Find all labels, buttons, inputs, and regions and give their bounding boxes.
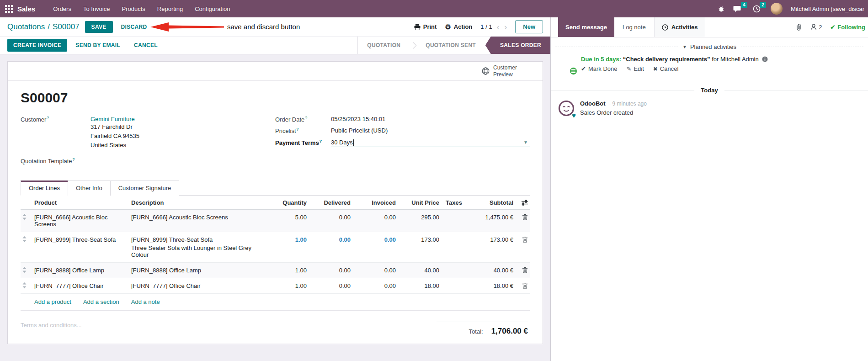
cell-taxes[interactable]	[441, 209, 469, 232]
send-message-button[interactable]: Send message	[558, 17, 614, 37]
tab-other-info[interactable]: Other Info	[68, 180, 111, 196]
cell-quantity[interactable]: 1.00	[267, 232, 309, 262]
user-avatar[interactable]	[771, 3, 783, 15]
add-note-link[interactable]: Add a note	[131, 298, 160, 305]
cell-taxes[interactable]	[441, 262, 469, 278]
cell-product[interactable]: [FURN_8888] Office Lamp	[32, 262, 129, 278]
following-button[interactable]: ✔ Following	[830, 24, 865, 31]
tab-order-lines[interactable]: Order Lines	[21, 180, 68, 196]
bug-icon[interactable]	[718, 5, 725, 12]
pricelist-value[interactable]: Public Pricelist (USD)	[331, 127, 388, 134]
message-author[interactable]: OdooBot	[580, 100, 606, 107]
add-product-link[interactable]: Add a product	[34, 298, 71, 305]
cell-description[interactable]: [FURN_7777] Office Chair	[129, 278, 267, 293]
optional-columns-header[interactable]	[515, 196, 530, 210]
terms-placeholder[interactable]: Terms and conditions...	[21, 322, 82, 336]
drag-handle-icon[interactable]	[21, 262, 32, 278]
nav-menu-reporting[interactable]: Reporting	[151, 0, 189, 17]
app-name[interactable]: Sales	[17, 5, 35, 13]
activities-icon[interactable]: 2	[753, 5, 761, 13]
cell-unit-price[interactable]: 173.00	[398, 232, 441, 262]
add-section-link[interactable]: Add a section	[83, 298, 119, 305]
delete-line-icon[interactable]	[515, 232, 530, 262]
new-button[interactable]: New	[515, 20, 543, 33]
cell-product[interactable]: [FURN_7777] Office Chair	[32, 278, 129, 293]
edit-activity-button[interactable]: ✎ Edit	[626, 65, 644, 72]
order-line-row[interactable]: [FURN_7777] Office Chair [FURN_7777] Off…	[21, 278, 530, 293]
customer-link[interactable]: Gemini Furniture	[91, 116, 135, 122]
nav-menu-orders[interactable]: Orders	[47, 0, 77, 17]
discard-button[interactable]: DISCARD	[117, 21, 152, 33]
cell-invoiced[interactable]: 0.00	[352, 278, 398, 293]
cell-invoiced[interactable]: 0.00	[352, 209, 398, 232]
payment-terms-input[interactable]: 30 Days ▼	[331, 139, 530, 147]
stage-sales-order[interactable]: SALES ORDER	[491, 37, 550, 54]
messages-icon[interactable]: 4	[733, 5, 742, 13]
cell-quantity[interactable]: 5.00	[267, 209, 309, 232]
nav-menu-to-invoice[interactable]: To Invoice	[77, 0, 116, 17]
cell-invoiced[interactable]: 0.00	[352, 262, 398, 278]
nav-menu-configuration[interactable]: Configuration	[189, 0, 236, 17]
cell-taxes[interactable]	[441, 232, 469, 262]
dropdown-caret-icon[interactable]: ▼	[523, 140, 528, 145]
cell-product[interactable]: [FURN_6666] Acoustic Bloc Screens	[32, 209, 129, 232]
product-column-header[interactable]: Product	[32, 196, 129, 210]
nav-menu-products[interactable]: Products	[116, 0, 151, 17]
quantity-column-header[interactable]: Quantity	[267, 196, 309, 210]
cell-unit-price[interactable]: 295.00	[398, 209, 441, 232]
breadcrumb-quotations[interactable]: Quotations	[7, 22, 45, 32]
delivered-column-header[interactable]: Delivered	[309, 196, 352, 210]
tab-customer-signature[interactable]: Customer Signature	[110, 180, 180, 196]
delete-line-icon[interactable]	[515, 278, 530, 293]
apps-grid-icon[interactable]	[0, 0, 17, 17]
cell-invoiced[interactable]: 0.00	[352, 232, 398, 262]
subtotal-column-header[interactable]: Subtotal	[469, 196, 515, 210]
user-menu[interactable]: Mitchell Admin (save_discar	[791, 5, 864, 12]
cell-quantity[interactable]: 1.00	[267, 262, 309, 278]
mark-done-button[interactable]: ✔ Mark Done	[581, 65, 617, 72]
cell-unit-price[interactable]: 18.00	[398, 278, 441, 293]
send-by-email-button[interactable]: SEND BY EMAIL	[70, 39, 126, 52]
order-line-row[interactable]: [FURN_8999] Three-Seat Sofa [FURN_8999] …	[21, 232, 530, 262]
drag-handle-icon[interactable]	[21, 278, 32, 293]
stage-quotation[interactable]: QUOTATION	[358, 37, 410, 54]
cell-description[interactable]: [FURN_8999] Three-Seat Sofa Three Seater…	[129, 232, 267, 262]
order-date-value[interactable]: 05/25/2023 15:40:01	[331, 116, 385, 123]
cell-quantity[interactable]: 1.00	[267, 278, 309, 293]
description-column-header[interactable]: Description	[129, 196, 267, 210]
log-note-button[interactable]: Log note	[614, 17, 654, 37]
cell-taxes[interactable]	[441, 278, 469, 293]
info-icon[interactable]	[762, 56, 768, 62]
delete-line-icon[interactable]	[515, 209, 530, 232]
action-button[interactable]: ⚙ Action	[445, 23, 472, 30]
followers-button[interactable]: 2	[810, 24, 822, 31]
cell-description[interactable]: [FURN_6666] Acoustic Bloc Screens	[129, 209, 267, 232]
create-invoice-button[interactable]: CREATE INVOICE	[7, 39, 67, 52]
drag-handle-icon[interactable]	[21, 232, 32, 262]
cell-delivered[interactable]: 0.00	[309, 278, 352, 293]
pager-previous-icon[interactable]: ‹	[497, 22, 500, 31]
cell-delivered[interactable]: 0.00	[309, 262, 352, 278]
cancel-activity-button[interactable]: ✖ Cancel	[653, 65, 679, 72]
drag-handle-icon[interactable]	[21, 209, 32, 232]
order-line-row[interactable]: [FURN_6666] Acoustic Bloc Screens [FURN_…	[21, 209, 530, 232]
cancel-button[interactable]: CANCEL	[128, 39, 163, 52]
order-line-row[interactable]: [FURN_8888] Office Lamp [FURN_8888] Offi…	[21, 262, 530, 278]
stage-quotation-sent[interactable]: QUOTATION SENT	[416, 37, 485, 54]
cell-unit-price[interactable]: 40.00	[398, 262, 441, 278]
save-button[interactable]: SAVE	[85, 21, 113, 33]
planned-activities-header[interactable]: ▼ Planned activities	[551, 43, 868, 50]
activities-button[interactable]: Activities	[654, 17, 706, 37]
attachment-icon[interactable]	[795, 23, 802, 31]
cell-delivered[interactable]: 0.00	[309, 232, 352, 262]
cell-description[interactable]: [FURN_8888] Office Lamp	[129, 262, 267, 278]
pager-next-icon[interactable]: ›	[504, 22, 507, 31]
customer-preview-button[interactable]: Customer Preview	[476, 62, 543, 80]
invoiced-column-header[interactable]: Invoiced	[352, 196, 398, 210]
print-button[interactable]: Print	[414, 23, 437, 30]
cell-product[interactable]: [FURN_8999] Three-Seat Sofa	[32, 232, 129, 262]
unit-price-column-header[interactable]: Unit Price	[398, 196, 441, 210]
cell-delivered[interactable]: 0.00	[309, 209, 352, 232]
taxes-column-header[interactable]: Taxes	[441, 196, 469, 210]
delete-line-icon[interactable]	[515, 262, 530, 278]
